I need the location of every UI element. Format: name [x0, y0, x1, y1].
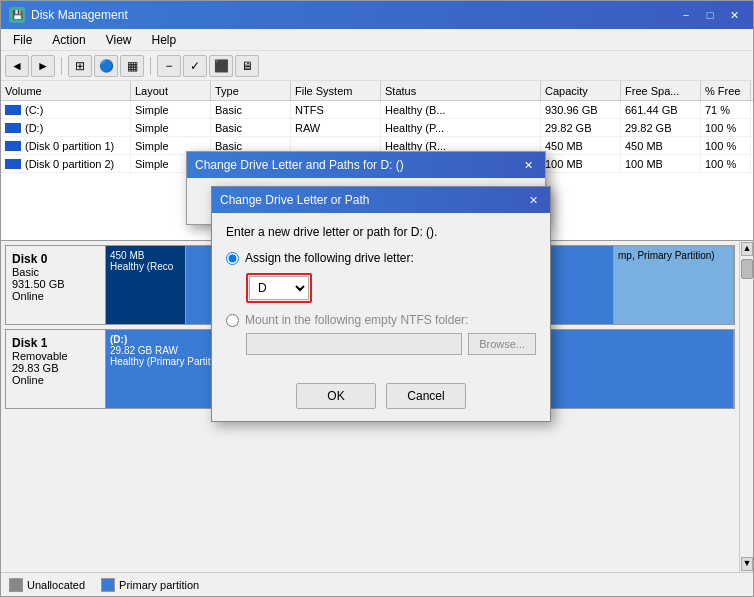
toolbar-separator-2: [150, 57, 151, 75]
toolbar-separator-1: [61, 57, 62, 75]
cell-pct-0: 71 %: [701, 101, 751, 118]
col-header-fs: File System: [291, 81, 381, 100]
dialog-outer-title: Change Drive Letter and Paths for D: (): [195, 158, 404, 172]
disk-map-scrollbar[interactable]: ▲ ▼: [739, 241, 753, 572]
cell-free-1: 29.82 GB: [621, 119, 701, 136]
menu-bar: File Action View Help: [1, 29, 753, 51]
drive-select-highlighted: D: [246, 273, 312, 303]
cell-volume-0: (C:): [1, 101, 131, 118]
col-header-status: Status: [381, 81, 541, 100]
minimize-button[interactable]: −: [675, 6, 697, 24]
cell-status-1: Healthy (P...: [381, 119, 541, 136]
cell-capacity-1: 29.82 GB: [541, 119, 621, 136]
disk-0-size: 931.50 GB: [12, 278, 99, 290]
table-row[interactable]: (D:) Simple Basic RAW Healthy (P... 29.8…: [1, 119, 753, 137]
col-header-layout: Layout: [131, 81, 211, 100]
status-bar: Unallocated Primary partition: [1, 572, 753, 596]
dialog-outer-close-button[interactable]: ✕: [519, 157, 537, 173]
disk-1-status: Online: [12, 374, 99, 386]
toolbar-btn-4[interactable]: −: [157, 55, 181, 77]
radio-assign-label[interactable]: Assign the following drive letter:: [245, 251, 414, 265]
cell-free-3: 100 MB: [621, 155, 701, 172]
cell-pct-1: 100 %: [701, 119, 751, 136]
dialog-outer-title-bar: Change Drive Letter and Paths for D: () …: [187, 152, 545, 178]
toolbar-btn-3[interactable]: ▦: [120, 55, 144, 77]
toolbar: ◄ ► ⊞ 🔵 ▦ − ✓ ⬛ 🖥: [1, 51, 753, 81]
disk-0-status: Online: [12, 290, 99, 302]
disk-0-name: Disk 0: [12, 252, 99, 266]
cell-volume-2: (Disk 0 partition 1): [1, 137, 131, 154]
cell-fs-1: RAW: [291, 119, 381, 136]
toolbar-btn-5[interactable]: ✓: [183, 55, 207, 77]
cell-volume-1: (D:): [1, 119, 131, 136]
scroll-up-btn[interactable]: ▲: [741, 242, 753, 256]
disk-0-type: Basic: [12, 266, 99, 278]
legend-primary: Primary partition: [101, 578, 199, 592]
radio-row-1: Assign the following drive letter:: [226, 251, 536, 265]
disk-0-partition-2[interactable]: mp, Primary Partition): [614, 246, 734, 324]
dialog-description: Enter a new drive letter or path for D: …: [226, 225, 536, 239]
legend-unallocated-label: Unallocated: [27, 579, 85, 591]
main-window: 💾 Disk Management − □ ✕ File Action View…: [0, 0, 754, 597]
menu-view[interactable]: View: [98, 31, 140, 49]
legend-primary-box: [101, 578, 115, 592]
toolbar-btn-2[interactable]: 🔵: [94, 55, 118, 77]
app-icon: 💾: [9, 7, 25, 23]
cell-status-0: Healthy (B...: [381, 101, 541, 118]
drive-letter-select[interactable]: D: [249, 276, 309, 300]
radio-ntfs-label[interactable]: Mount in the following empty NTFS folder…: [245, 313, 468, 327]
scroll-thumb[interactable]: [741, 259, 753, 279]
legend-unallocated: Unallocated: [9, 578, 85, 592]
legend-primary-label: Primary partition: [119, 579, 199, 591]
title-bar: 💾 Disk Management − □ ✕: [1, 1, 753, 29]
disk-0-partition-0[interactable]: 450 MB Healthy (Reco: [106, 246, 186, 324]
menu-file[interactable]: File: [5, 31, 40, 49]
cell-capacity-0: 930.96 GB: [541, 101, 621, 118]
col-header-capacity: Capacity: [541, 81, 621, 100]
table-header: Volume Layout Type File System Status Ca…: [1, 81, 753, 101]
radio-assign[interactable]: [226, 252, 239, 265]
toolbar-btn-1[interactable]: ⊞: [68, 55, 92, 77]
scroll-down-btn[interactable]: ▼: [741, 557, 753, 571]
col-header-volume: Volume: [1, 81, 131, 100]
cell-free-2: 450 MB: [621, 137, 701, 154]
cell-pct-3: 100 %: [701, 155, 751, 172]
toolbar-btn-6[interactable]: ⬛: [209, 55, 233, 77]
scroll-track: [740, 281, 753, 556]
back-button[interactable]: ◄: [5, 55, 29, 77]
cell-capacity-2: 450 MB: [541, 137, 621, 154]
part-size: 450 MB: [110, 250, 181, 261]
ntfs-folder-input[interactable]: [246, 333, 462, 355]
dialog-inner-title: Change Drive Letter or Path: [220, 193, 369, 207]
cell-type-1: Basic: [211, 119, 291, 136]
col-header-type: Type: [211, 81, 291, 100]
cell-free-0: 661.44 GB: [621, 101, 701, 118]
cell-capacity-3: 100 MB: [541, 155, 621, 172]
dialog-inner-ok-button[interactable]: OK: [296, 383, 376, 409]
dialog-inner-body: Enter a new drive letter or path for D: …: [212, 213, 550, 379]
col-header-freespace: Free Spa...: [621, 81, 701, 100]
table-row[interactable]: (C:) Simple Basic NTFS Healthy (B... 930…: [1, 101, 753, 119]
cell-type-0: Basic: [211, 101, 291, 118]
cell-layout-1: Simple: [131, 119, 211, 136]
close-button[interactable]: ✕: [723, 6, 745, 24]
window-title: Disk Management: [31, 8, 128, 22]
maximize-button[interactable]: □: [699, 6, 721, 24]
forward-button[interactable]: ►: [31, 55, 55, 77]
toolbar-btn-7[interactable]: 🖥: [235, 55, 259, 77]
dialog-inner-close-button[interactable]: ✕: [524, 192, 542, 208]
drive-select-row: D: [246, 273, 536, 303]
cell-volume-3: (Disk 0 partition 2): [1, 155, 131, 172]
dialog-inner-title-bar: Change Drive Letter or Path ✕: [212, 187, 550, 213]
part-sub-2: mp, Primary Partition): [618, 250, 729, 261]
disk-1-label: Disk 1 Removable 29.83 GB Online: [6, 330, 106, 408]
dialog-inner-cancel-button[interactable]: Cancel: [386, 383, 466, 409]
radio-ntfs[interactable]: [226, 314, 239, 327]
browse-button[interactable]: Browse...: [468, 333, 536, 355]
cell-pct-2: 100 %: [701, 137, 751, 154]
disk-0-label: Disk 0 Basic 931.50 GB Online: [6, 246, 106, 324]
part-sub: Healthy (Reco: [110, 261, 181, 272]
menu-action[interactable]: Action: [44, 31, 93, 49]
menu-help[interactable]: Help: [144, 31, 185, 49]
cell-fs-0: NTFS: [291, 101, 381, 118]
